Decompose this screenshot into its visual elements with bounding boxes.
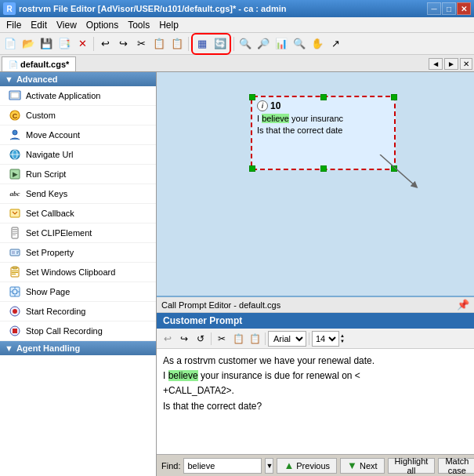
sidebar-item-run-script[interactable]: ▶ Run Script bbox=[0, 165, 156, 184]
tb-grid[interactable]: ▦ bbox=[194, 35, 211, 53]
close-button[interactable]: ✕ bbox=[457, 2, 471, 15]
font-size-select[interactable]: 14 bbox=[312, 331, 339, 347]
svg-text:C: C bbox=[13, 112, 18, 120]
panel-pin-icon: 📌 bbox=[457, 299, 469, 311]
main-layout: ▼ Advanced Activate Application C Custom… bbox=[0, 72, 474, 476]
sidebar-item-activate-application[interactable]: Activate Application bbox=[0, 86, 156, 106]
minimize-button[interactable]: ─ bbox=[427, 2, 441, 15]
font-size-down[interactable]: ▼ bbox=[340, 339, 345, 344]
menu-help[interactable]: Help bbox=[154, 19, 183, 31]
tb-undo[interactable]: ↩ bbox=[96, 35, 114, 53]
tab-next[interactable]: ► bbox=[444, 58, 458, 70]
sidebar-item-custom[interactable]: C Custom bbox=[0, 106, 156, 125]
pt-undo2[interactable]: ↺ bbox=[193, 331, 208, 347]
highlight-all-button[interactable]: Highlight all bbox=[388, 458, 436, 474]
set-windows-clipboard-icon bbox=[8, 265, 22, 279]
font-size-arrows[interactable]: ▲ ▼ bbox=[340, 333, 345, 344]
sidebar-item-stop-call-recording[interactable]: Stop Call Recording bbox=[0, 322, 156, 341]
menu-file[interactable]: File bbox=[2, 19, 26, 31]
font-select[interactable]: Arial bbox=[268, 331, 306, 347]
tb-save[interactable]: 💾 bbox=[38, 35, 55, 53]
find-dropdown[interactable]: ▼ bbox=[265, 458, 273, 474]
next-button[interactable]: ▼ Next bbox=[340, 458, 385, 474]
panel-title-text: Call Prompt Editor - default.cgs bbox=[161, 300, 280, 310]
titlebar: R rostrvm File Editor [AdVisor/USER/u101… bbox=[0, 0, 474, 17]
tb-hand[interactable]: ✋ bbox=[309, 35, 326, 53]
tb-saveas[interactable]: 📑 bbox=[56, 35, 73, 53]
menu-view[interactable]: View bbox=[52, 19, 81, 31]
tb-redo[interactable]: ↪ bbox=[114, 35, 132, 53]
tab-prev[interactable]: ◄ bbox=[429, 58, 443, 70]
tb-sep1 bbox=[93, 37, 94, 51]
maximize-button[interactable]: □ bbox=[442, 2, 456, 15]
sidebar-section-advanced[interactable]: ▼ Advanced bbox=[0, 72, 156, 86]
custom-icon: C bbox=[8, 108, 22, 122]
tab-default-cgs[interactable]: 📄 default.cgs* bbox=[2, 56, 76, 71]
match-case-button[interactable]: Match case bbox=[438, 458, 474, 474]
svg-rect-14 bbox=[13, 233, 17, 234]
canvas-area[interactable]: i 10 I believe your insuranc Is that the… bbox=[157, 72, 474, 296]
sidebar-item-set-clipelement[interactable]: Set CLIPElement bbox=[0, 223, 156, 243]
svg-rect-15 bbox=[13, 234, 16, 235]
sidebar-section-agent-handling[interactable]: ▼ Agent Handling bbox=[0, 341, 156, 355]
sidebar-item-start-recording[interactable]: Start Recording bbox=[0, 302, 156, 322]
sidebar-item-set-property[interactable]: Set Property bbox=[0, 243, 156, 263]
collapse-icon-2: ▼ bbox=[5, 343, 13, 353]
app-icon: R bbox=[3, 2, 16, 15]
svg-rect-1 bbox=[11, 93, 19, 98]
sidebar-item-navigate-url[interactable]: Navigate Url bbox=[0, 145, 156, 165]
tb-open[interactable]: 📂 bbox=[20, 35, 37, 53]
set-clipelement-icon bbox=[8, 226, 22, 240]
pt-paste[interactable]: 📋 bbox=[247, 331, 262, 347]
tb-zoom[interactable]: 🔎 bbox=[255, 35, 272, 53]
sidebar-item-set-callback[interactable]: Set Callback bbox=[0, 204, 156, 223]
sidebar-item-send-keys[interactable]: abc Send Keys bbox=[0, 184, 156, 204]
title-text: rostrvm File Editor [AdVisor/USER/u101/d… bbox=[19, 4, 427, 13]
move-account-icon bbox=[8, 128, 22, 142]
toolbar: 📄 📂 💾 📑 ✕ ↩ ↪ ✂ 📋 📋 ▦ 🔄 🔍 🔎 📊 🔍 ✋ ↗ bbox=[0, 33, 474, 55]
sidebar-item-set-windows-clipboard[interactable]: Set Windows Clipboard bbox=[0, 263, 156, 282]
svg-point-4 bbox=[13, 130, 17, 135]
menu-options[interactable]: Options bbox=[81, 19, 123, 31]
send-keys-label: Send Keys bbox=[26, 189, 67, 198]
tb-chart[interactable]: 📊 bbox=[273, 35, 290, 53]
find-label: Find: bbox=[161, 461, 180, 471]
custom-label: Custom bbox=[26, 111, 56, 120]
find-input[interactable] bbox=[183, 458, 262, 474]
script-box-number: i 10 bbox=[257, 100, 389, 111]
prev-button[interactable]: ▲ Previous bbox=[277, 458, 337, 474]
pt-undo[interactable]: ↩ bbox=[160, 331, 175, 347]
set-clipelement-label: Set CLIPElement bbox=[26, 228, 92, 238]
tb-find[interactable]: 🔍 bbox=[291, 35, 308, 53]
sidebar-item-show-page[interactable]: Show Page bbox=[0, 282, 156, 302]
tb-search[interactable]: 🔍 bbox=[237, 35, 254, 53]
info-icon: i bbox=[257, 100, 268, 111]
activate-application-label: Activate Application bbox=[26, 91, 100, 100]
canvas-believe-highlight: believe bbox=[262, 114, 289, 123]
tb-arrow[interactable]: ↗ bbox=[327, 35, 344, 53]
tb-new[interactable]: 📄 bbox=[2, 35, 19, 53]
menu-edit[interactable]: Edit bbox=[26, 19, 52, 31]
pt-sep3 bbox=[309, 332, 309, 345]
next-arrow-icon: ▼ bbox=[347, 460, 357, 471]
pt-cut[interactable]: ✂ bbox=[214, 331, 230, 347]
tb-cut[interactable]: ✂ bbox=[132, 35, 150, 53]
sidebar-item-move-account[interactable]: Move Account bbox=[0, 125, 156, 145]
tb-delete[interactable]: ✕ bbox=[74, 35, 91, 53]
tb-paste[interactable]: 📋 bbox=[168, 35, 186, 53]
panel-content[interactable]: As a rostrvm customer we have your renew… bbox=[157, 349, 474, 454]
pt-redo[interactable]: ↪ bbox=[176, 331, 192, 347]
tb-copy[interactable]: 📋 bbox=[150, 35, 168, 53]
set-property-label: Set Property bbox=[26, 248, 74, 257]
tab-close[interactable]: ✕ bbox=[460, 58, 472, 70]
panel-titlebar: Call Prompt Editor - default.cgs 📌 bbox=[157, 297, 474, 313]
set-callback-label: Set Callback bbox=[26, 209, 74, 218]
window-controls: ─ □ ✕ bbox=[427, 2, 471, 15]
pt-copy[interactable]: 📋 bbox=[230, 331, 246, 347]
show-page-icon bbox=[8, 285, 22, 299]
menu-tools[interactable]: Tools bbox=[123, 19, 154, 31]
font-size-up[interactable]: ▲ bbox=[340, 333, 345, 339]
svg-rect-12 bbox=[13, 229, 17, 231]
tb-refresh[interactable]: 🔄 bbox=[212, 35, 229, 53]
find-bar: Find: ▼ ▲ Previous ▼ Next Highlight all … bbox=[157, 454, 474, 476]
